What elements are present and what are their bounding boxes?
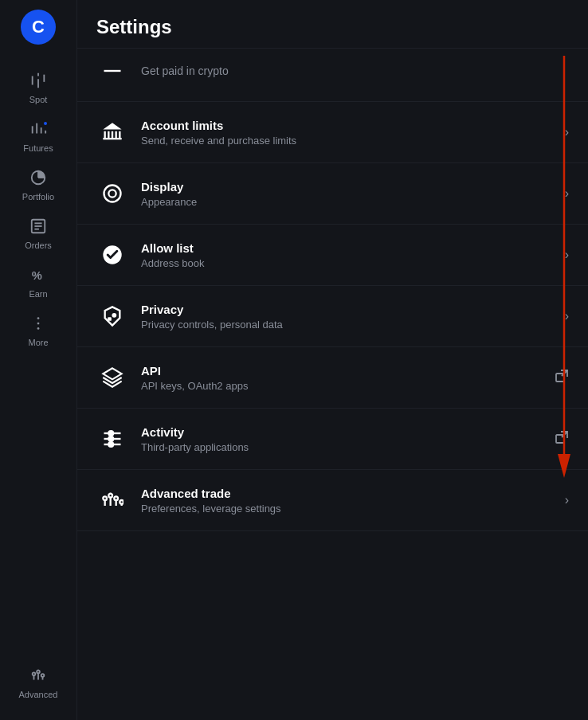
svg-marker-32 <box>103 123 121 129</box>
more-icon <box>29 315 47 335</box>
svg-point-50 <box>108 442 113 447</box>
svg-point-18 <box>37 327 40 330</box>
sidebar-item-more[interactable]: More <box>0 307 76 355</box>
main-content: Settings Get paid in crypto <box>77 0 588 720</box>
display-text: Display Appearance <box>141 180 559 208</box>
futures-icon <box>29 120 47 140</box>
page-header: Settings <box>77 0 588 49</box>
privacy-text: Privacy Privacy controls, personal data <box>141 303 559 331</box>
api-icon <box>96 362 128 393</box>
account-limits-text: Account limits Send, receive and purchas… <box>141 119 559 147</box>
display-chevron: › <box>565 186 569 201</box>
sidebar-label-more: More <box>28 338 48 347</box>
partial-item: Get paid in crypto <box>77 49 588 102</box>
svg-point-38 <box>112 313 116 318</box>
sidebar-label-advanced: Advanced <box>19 690 58 699</box>
svg-point-59 <box>108 494 112 498</box>
svg-marker-40 <box>103 368 121 379</box>
privacy-icon <box>96 300 128 332</box>
allow-list-text: Allow list Address book <box>141 241 559 269</box>
advanced-icon <box>29 667 47 687</box>
settings-item-api[interactable]: API API keys, OAuth2 apps <box>77 347 588 409</box>
display-icon <box>96 178 128 209</box>
svg-point-22 <box>33 672 36 675</box>
futures-dot <box>42 120 49 127</box>
svg-point-23 <box>37 671 40 674</box>
svg-rect-29 <box>112 131 113 138</box>
advanced-trade-text: Advanced trade Preferences, leverage set… <box>141 487 559 515</box>
svg-rect-39 <box>108 317 112 321</box>
activity-external-icon <box>555 430 569 448</box>
svg-point-24 <box>41 674 45 677</box>
settings-item-activity[interactable]: Activity Third-party applications <box>77 409 588 470</box>
portfolio-icon <box>29 169 47 189</box>
svg-rect-30 <box>116 131 117 138</box>
sidebar-item-spot[interactable]: Spot <box>0 64 76 112</box>
sidebar-item-orders[interactable]: Orders <box>0 209 76 258</box>
svg-point-35 <box>110 191 116 197</box>
api-external-icon <box>555 369 569 386</box>
svg-rect-26 <box>103 138 121 139</box>
activity-icon <box>96 423 128 455</box>
sidebar: C Spot Futures <box>0 0 77 720</box>
sidebar-bottom: Advanced <box>0 659 76 720</box>
app-logo[interactable]: C <box>21 10 56 45</box>
settings-list: Get paid in crypto Account limits <box>77 49 588 720</box>
orders-icon <box>29 217 47 237</box>
settings-item-account-limits[interactable]: Account limits Send, receive and purchas… <box>77 102 588 163</box>
allow-list-icon <box>96 239 128 271</box>
svg-point-16 <box>37 317 40 319</box>
sidebar-label-futures: Futures <box>23 143 53 153</box>
advanced-trade-icon <box>96 484 128 516</box>
allow-list-chevron: › <box>565 248 569 262</box>
svg-point-47 <box>108 436 113 441</box>
sidebar-item-portfolio[interactable]: Portfolio <box>0 161 76 209</box>
svg-point-58 <box>103 496 107 500</box>
activity-text: Activity Third-party applications <box>141 425 548 453</box>
sidebar-item-futures[interactable]: Futures <box>0 112 76 161</box>
settings-item-privacy[interactable]: Privacy Privacy controls, personal data … <box>77 286 588 347</box>
sidebar-label-spot: Spot <box>29 95 48 104</box>
sidebar-item-advanced[interactable]: Advanced <box>0 659 76 707</box>
sidebar-label-portfolio: Portfolio <box>22 192 54 202</box>
advanced-trade-chevron: › <box>565 493 569 507</box>
settings-item-display[interactable]: Display Appearance › <box>77 163 588 225</box>
spot-icon <box>29 72 47 92</box>
svg-point-44 <box>108 431 113 436</box>
svg-text:%: % <box>32 269 42 282</box>
sidebar-item-earn[interactable]: % Earn <box>0 258 76 307</box>
partial-icon <box>96 55 128 87</box>
svg-point-60 <box>114 496 118 500</box>
svg-point-61 <box>120 500 123 504</box>
earn-icon: % <box>29 266 47 286</box>
svg-point-17 <box>37 323 40 325</box>
account-limits-icon <box>96 116 128 148</box>
svg-rect-27 <box>104 131 106 138</box>
api-text: API API keys, OAuth2 apps <box>141 364 548 392</box>
settings-item-allow-list[interactable]: Allow list Address book › <box>77 225 588 286</box>
svg-rect-28 <box>108 131 109 138</box>
svg-rect-31 <box>119 131 120 138</box>
svg-rect-25 <box>104 70 121 72</box>
sidebar-label-earn: Earn <box>29 289 47 299</box>
privacy-chevron: › <box>565 309 569 323</box>
sidebar-label-orders: Orders <box>25 241 52 250</box>
account-limits-chevron: › <box>565 125 569 139</box>
partial-text: Get paid in crypto <box>141 65 569 77</box>
settings-item-advanced-trade[interactable]: Advanced trade Preferences, leverage set… <box>77 470 588 531</box>
page-title: Settings <box>96 16 569 38</box>
